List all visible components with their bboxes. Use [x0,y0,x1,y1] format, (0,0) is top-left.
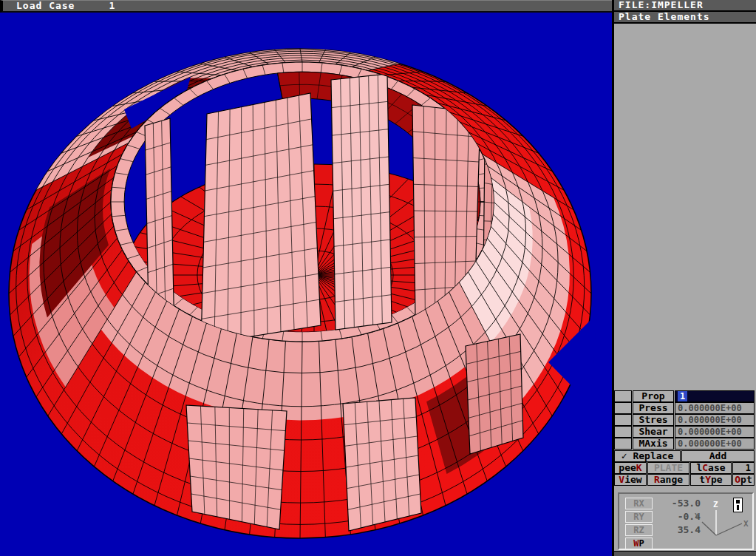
lcase-hotkey: C [702,462,708,473]
axis-x-label: X [743,519,749,529]
axis-z-label: Z [713,500,718,509]
maxis-spacer-button[interactable] [614,438,632,450]
peek-button[interactable]: peeK [614,462,647,474]
cad-application: Load Case1 FILE:IMPELLER Plate Elements … [0,0,756,556]
opt-hotkey: O [735,474,740,485]
wp-hotkey: W [633,538,638,549]
opt-label-post: pt [740,474,752,485]
view-label-post: iew [624,474,641,485]
press-spacer-button[interactable] [614,402,632,414]
impeller-model-canvas[interactable] [0,0,612,556]
replace-label: Replace [633,450,673,461]
control-sidebar: FILE:IMPELLER Plate Elements Prop 1 Pres… [614,0,756,556]
lcase-value-field[interactable]: 1 [732,462,755,474]
type-label-post: pe [711,474,723,485]
range-label-post: ange [660,474,683,485]
maxis-button[interactable]: MAxis [633,438,674,450]
type-hotkey: Y [705,474,711,485]
type-label-pre: t [699,474,705,485]
rotation-panel: RX -53.0 RY -0.4 RZ 35.4 WP Z Y X [618,492,754,550]
lcase-label-post: ase [708,462,725,473]
prop-value-selection: 1 [678,391,687,401]
opt-button[interactable]: Opt [732,474,755,486]
wp-button[interactable]: WP [625,538,653,549]
prop-spacer-button[interactable] [614,390,632,402]
view-hotkey: V [619,474,624,485]
stres-spacer-button[interactable] [614,414,632,426]
model-viewport[interactable]: Load Case1 [0,0,612,556]
prop-button[interactable]: Prop [633,390,674,402]
wp-label-post: P [639,538,644,549]
press-button[interactable]: Press [633,402,674,414]
shear-value-field[interactable]: 0.000000E+00 [675,426,755,438]
press-value-field[interactable]: 0.000000E+00 [675,402,755,414]
shear-spacer-button[interactable] [614,426,632,438]
shear-button[interactable]: Shear [633,426,674,438]
stres-value-field[interactable]: 0.000000E+00 [675,414,755,426]
ry-button[interactable]: RY [625,511,653,523]
maxis-value-field[interactable]: 0.000000E+00 [675,438,755,450]
type-button[interactable]: tYpe [690,474,732,486]
file-name-bar: FILE:IMPELLER [614,0,756,12]
exclamation-icon[interactable] [733,498,743,512]
range-button[interactable]: Range [647,474,689,486]
rx-button[interactable]: RX [625,498,653,509]
replace-button[interactable]: ✓ Replace [614,450,681,462]
lcase-button[interactable]: lCase [690,462,732,474]
viewport-titlebar: Load Case1 [0,0,612,13]
load-case-number: 1 [109,0,115,11]
axis-y-label: Y [695,512,700,521]
rz-button[interactable]: RZ [625,524,653,536]
prop-value-field[interactable]: 1 [675,390,755,402]
mode-bar: Plate Elements [614,12,756,24]
peek-label-pre: pee [619,462,636,473]
check-icon: ✓ [622,450,627,461]
stres-button[interactable]: Stres [633,414,674,426]
add-button[interactable]: Add [681,450,755,462]
view-button[interactable]: View [614,474,647,486]
peek-hotkey: K [636,462,642,473]
sidebar-bottom-edge [614,551,756,556]
load-case-label: Load Case [16,0,75,11]
range-hotkey: R [654,474,660,485]
plate-button[interactable]: PLATE [647,462,689,474]
